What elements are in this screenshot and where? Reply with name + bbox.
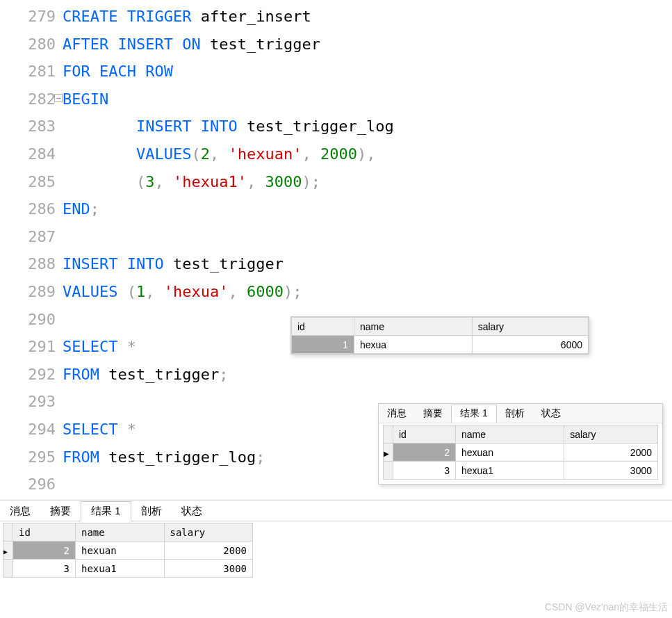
token-string: 'hexua1' (173, 173, 247, 190)
token-kw: FROM (63, 366, 99, 383)
column-header[interactable]: salary (164, 523, 253, 542)
token-punct: , (247, 173, 265, 190)
line-number: 286 (0, 195, 56, 223)
code-line[interactable]: INSERT INTO test_trigger_log (63, 113, 672, 140)
cell-salary[interactable]: 2000 (164, 542, 253, 560)
token-kw: INSERT INTO (136, 117, 238, 135)
column-header[interactable]: id (13, 523, 76, 542)
fold-marker-icon[interactable]: − (54, 94, 63, 102)
row-marker-icon (3, 560, 13, 578)
token-punct: ; (219, 366, 228, 383)
column-header[interactable]: name (456, 425, 564, 444)
result-tab[interactable]: 消息 (379, 405, 415, 422)
token-kw: AFTER INSERT ON (63, 35, 201, 53)
token-punct: ; (90, 200, 99, 218)
column-header[interactable]: id (393, 425, 456, 444)
watermark-text: CSDN @Vez'nan的幸福生活 (545, 601, 668, 614)
code-line[interactable]: VALUES (1, 'hexua', 6000); (63, 278, 672, 306)
row-marker-icon (384, 444, 393, 462)
token-indent (63, 117, 136, 135)
token-punct: ( (136, 173, 145, 190)
token-kw: CREATE TRIGGER (63, 8, 191, 25)
token-punct: , (145, 283, 164, 300)
line-number: 295 (0, 444, 56, 471)
code-line[interactable]: FOR EACH ROW (63, 58, 672, 86)
result-tab[interactable]: 剖析 (497, 405, 533, 422)
code-line[interactable] (63, 223, 672, 251)
bottom-tabs[interactable]: 消息摘要结果 1剖析状态 (0, 501, 672, 521)
token-ident: test_trigger (201, 35, 320, 53)
cell-salary[interactable]: 2000 (564, 444, 658, 462)
token-indent (63, 173, 136, 190)
table-row[interactable]: 2hexuan2000 (384, 444, 658, 462)
cell-id[interactable]: 3 (393, 462, 456, 480)
column-header[interactable]: name (354, 318, 473, 336)
line-number: 283 (0, 113, 56, 140)
token-string: 'hexua' (164, 283, 229, 300)
column-header[interactable]: name (76, 523, 165, 542)
code-line[interactable]: INSERT INTO test_trigger (63, 250, 672, 278)
cell-id[interactable]: 1 (292, 336, 354, 354)
code-line[interactable]: VALUES(2, 'hexuan', 2000), (63, 140, 672, 168)
cell-name[interactable]: hexua (354, 336, 473, 354)
bottom-tab[interactable]: 状态 (172, 502, 212, 521)
cell-name[interactable]: hexuan (76, 542, 165, 560)
cell-id[interactable]: 2 (393, 444, 456, 462)
cell-id[interactable]: 3 (13, 560, 76, 578)
cell-name[interactable]: hexuan (456, 444, 564, 462)
token-punct: , (302, 145, 320, 163)
result-grid-2: idnamesalary2hexuan20003hexua13000 (383, 425, 658, 480)
bottom-tab[interactable]: 摘要 (40, 502, 81, 521)
cell-id[interactable]: 2 (13, 542, 76, 560)
cell-salary[interactable]: 3000 (164, 560, 253, 578)
token-punct: ) (284, 283, 293, 300)
token-num: 6000 (247, 283, 284, 300)
line-number: 294 (0, 416, 56, 444)
token-punct: ; (256, 448, 265, 466)
bottom-tab[interactable]: 消息 (0, 502, 40, 521)
row-marker-icon (3, 542, 13, 560)
result-tab[interactable]: 状态 (533, 405, 569, 422)
cell-name[interactable]: hexua1 (456, 462, 564, 480)
result-tab[interactable]: 结果 1 (451, 405, 497, 423)
bottom-results-pane: 消息摘要结果 1剖析状态 idnamesalary2hexuan20003hex… (0, 501, 672, 578)
result-popup-2-tabs[interactable]: 消息摘要结果 1剖析状态 (379, 404, 662, 423)
bottom-tab[interactable]: 剖析 (131, 502, 172, 521)
row-marker-header (3, 523, 13, 542)
token-punct: ; (311, 173, 320, 190)
result-popup-1: idnamesalary1hexua6000 (290, 316, 589, 355)
result-popup-2: 消息摘要结果 1剖析状态 idnamesalary2hexuan20003hex… (378, 403, 663, 485)
token-kw: END (63, 200, 90, 218)
token-num: 2 (201, 145, 210, 163)
code-line[interactable]: (3, 'hexua1', 3000); (63, 168, 672, 196)
column-header[interactable]: id (292, 318, 354, 336)
bottom-tab[interactable]: 结果 1 (81, 501, 131, 521)
code-editor[interactable]: 2792802812822832842852862872882892902912… (0, 0, 672, 501)
cell-name[interactable]: hexua1 (76, 560, 165, 578)
token-punct: , (210, 145, 229, 163)
line-number: 281 (0, 58, 56, 86)
code-line[interactable]: END; (63, 195, 672, 223)
table-row[interactable]: 1hexua6000 (292, 336, 589, 354)
line-number: 296 (0, 471, 56, 498)
line-number: 290 (0, 306, 56, 334)
token-kw: SELECT (63, 421, 117, 438)
table-row[interactable]: 3hexua13000 (3, 560, 253, 578)
line-number: 285 (0, 168, 56, 196)
table-row[interactable]: 2hexuan2000 (3, 542, 253, 560)
line-number-gutter: 2792802812822832842852862872882892902912… (0, 0, 63, 500)
line-number: 284 (0, 140, 56, 168)
cell-salary[interactable]: 3000 (564, 462, 658, 480)
table-row[interactable]: 3hexua13000 (384, 462, 658, 480)
cell-salary[interactable]: 6000 (472, 336, 588, 354)
token-ident: after_insert (191, 8, 311, 25)
column-header[interactable]: salary (472, 318, 588, 336)
code-line[interactable]: FROM test_trigger; (63, 361, 672, 389)
code-line[interactable]: CREATE TRIGGER after_insert (63, 3, 672, 31)
token-ident: test_trigger (99, 366, 219, 383)
line-number: 291 (0, 333, 56, 361)
column-header[interactable]: salary (564, 425, 658, 444)
result-tab[interactable]: 摘要 (415, 405, 451, 422)
code-line[interactable]: −BEGIN (63, 86, 672, 113)
code-line[interactable]: AFTER INSERT ON test_trigger (63, 31, 672, 58)
